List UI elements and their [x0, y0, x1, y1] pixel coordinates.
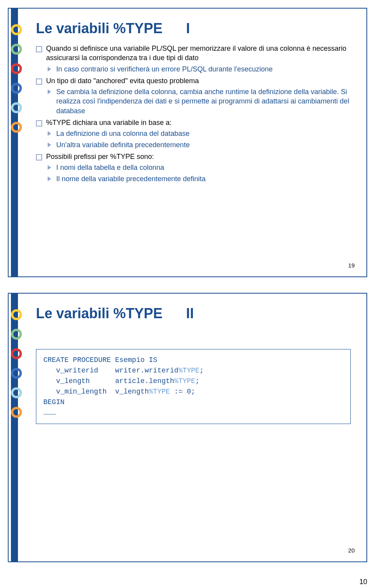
title-part: II	[186, 305, 194, 322]
slide-content: Quando si definisce una variabile PL/SQL…	[36, 44, 351, 184]
deco-arc	[11, 368, 22, 379]
slide-2: Le variabili %TYPE II CREATE PROCEDURE E…	[8, 293, 367, 562]
slide-1: Le variabili %TYPE I Quando si definisce…	[8, 8, 367, 277]
deco-arc	[11, 24, 22, 35]
title-main: Le variabili %TYPE	[36, 305, 162, 322]
bullet-text: Quando si definisce una variabile PL/SQL…	[46, 45, 346, 62]
deco-arc	[11, 102, 22, 113]
code-line: CREATE PROCEDURE Esempio IS	[43, 356, 157, 364]
slide-title: Le variabili %TYPE II	[36, 305, 351, 322]
slide-title: Le variabili %TYPE I	[36, 20, 351, 37]
sub-item: I nomi della tabella e della colonna	[46, 163, 351, 172]
deco-arc	[11, 83, 22, 94]
code-line: ………	[43, 409, 56, 417]
slide-number: 19	[348, 262, 355, 269]
code-line: v_length article.length%TYPE;	[43, 377, 200, 385]
title-part: I	[186, 20, 190, 37]
deco-arc	[11, 309, 22, 320]
bullet-text: Possibili prefissi per %TYPE sono:	[46, 153, 154, 160]
side-decoration	[9, 294, 24, 561]
deco-arc	[11, 348, 22, 359]
code-block: CREATE PROCEDURE Esempio IS v_writerid w…	[36, 349, 351, 424]
bullet-item: Quando si definisce una variabile PL/SQL…	[36, 44, 351, 74]
sub-item: Se cambia la definizione della colonna, …	[46, 87, 351, 116]
sub-item: La definizione di una colonna del databa…	[46, 129, 351, 138]
deco-arc	[11, 407, 22, 418]
deco-arc	[11, 63, 22, 74]
type-keyword: %TYPE	[174, 377, 195, 385]
bullet-item: Possibili prefissi per %TYPE sono: I nom…	[36, 152, 351, 184]
code-line: v_min_length v_length%TYPE := 0;	[43, 388, 195, 396]
deco-arc	[11, 387, 22, 398]
sub-item: Un'altra variabile definita precedenteme…	[46, 140, 351, 150]
slide-number: 20	[348, 547, 355, 554]
code-line: v_writerid writer.writerid%TYPE;	[43, 367, 204, 374]
title-main: Le variabili %TYPE	[36, 20, 162, 37]
page-number: 10	[0, 578, 375, 588]
sub-item: Il nome della variabile precedentemente …	[46, 174, 351, 184]
bullet-item: %TYPE dichiara una variabile in base a: …	[36, 118, 351, 150]
sub-item: In caso contrario si verificherà un erro…	[46, 64, 351, 74]
deco-arc	[11, 122, 22, 133]
deco-arc	[11, 329, 22, 340]
deco-arc	[11, 44, 22, 55]
type-keyword: %TYPE	[149, 388, 170, 396]
type-keyword: %TYPE	[179, 367, 200, 374]
code-line: BEGIN	[43, 398, 64, 406]
bullet-item: Un tipo di dato "anchored" evita questo …	[36, 76, 351, 116]
side-decoration	[9, 9, 24, 276]
bullet-text: Un tipo di dato "anchored" evita questo …	[46, 77, 199, 85]
bullet-text: %TYPE dichiara una variabile in base a:	[46, 119, 171, 127]
